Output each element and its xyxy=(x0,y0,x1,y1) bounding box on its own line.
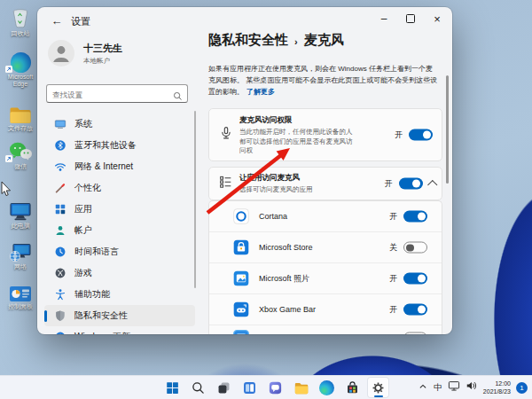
accessibility-icon xyxy=(54,288,66,301)
sidebar-item-label: 系统 xyxy=(74,118,92,130)
privacy-shield-icon xyxy=(54,309,66,322)
sidebar-item-bluetooth[interactable]: 蓝牙和其他设备 xyxy=(44,135,195,156)
user-account[interactable]: 十三先生 本地帐户 xyxy=(48,40,122,66)
cortana-toggle[interactable] xyxy=(403,211,427,223)
sidebar-item-apps[interactable]: 应用 xyxy=(44,199,195,220)
network-tray-icon[interactable] xyxy=(448,379,460,395)
tray-chevron-up-icon[interactable] xyxy=(418,379,428,395)
sidebar-item-network[interactable]: 网络 & Internet xyxy=(44,156,195,177)
start-button[interactable] xyxy=(161,377,184,398)
sidebar-item-personalization[interactable]: 个性化 xyxy=(44,177,195,199)
desktop-icon-folder[interactable]: 文件存放 xyxy=(2,100,39,132)
photos-toggle[interactable] xyxy=(403,273,427,285)
search-icon xyxy=(191,380,206,395)
this-pc-icon xyxy=(2,198,39,222)
toggle-state-label: 开 xyxy=(389,211,397,223)
desktop-icon-wechat[interactable]: 微信 xyxy=(2,138,39,170)
app-row-partial xyxy=(209,325,442,334)
sidebar-item-accounts[interactable]: 帐户 xyxy=(44,220,195,241)
taskbar-store-button[interactable] xyxy=(341,377,364,398)
desktop-icon-label: 网络 xyxy=(2,263,39,270)
mic-access-card: 麦克风访问权限 当此功能开启时，任何使用此设备的人都可以选择他们的应用是否有麦克… xyxy=(208,108,442,161)
collapse-chevron-icon[interactable] xyxy=(427,180,437,190)
sidebar-item-label: 个性化 xyxy=(74,182,101,194)
maximize-button[interactable] xyxy=(397,8,424,29)
page-title: 隐私和安全性 › 麦克风 xyxy=(208,32,446,49)
sidebar-item-label: Windows 更新 xyxy=(74,331,130,334)
sidebar-item-label: 辅助功能 xyxy=(74,288,110,301)
edge-icon xyxy=(2,49,39,73)
apps-list-card: Cortana 开 Microsoft Store 关 Microsoft 照片… xyxy=(208,200,442,334)
desktop-icon-network[interactable]: 网络 xyxy=(2,239,39,270)
let-apps-card[interactable]: 让应用访问麦克风 选择可访问麦克风的应用 开 xyxy=(208,167,442,200)
desktop-icon-label: 回收站 xyxy=(2,30,39,37)
network-icon xyxy=(2,239,39,262)
microsoft-store-icon xyxy=(233,239,249,255)
system-icon xyxy=(54,118,66,130)
taskbar-edge-button[interactable] xyxy=(316,377,338,398)
file-explorer-button[interactable] xyxy=(290,377,312,398)
widgets-button[interactable] xyxy=(239,377,261,398)
close-button[interactable]: × xyxy=(424,8,450,29)
start-icon xyxy=(165,380,180,395)
widgets-icon xyxy=(242,380,257,395)
chat-button[interactable] xyxy=(264,377,286,398)
breadcrumb-root[interactable]: 隐私和安全性 xyxy=(208,32,288,49)
search-input[interactable] xyxy=(47,87,175,104)
desktop-icon-label: 微信 xyxy=(2,163,39,170)
taskbar-settings-button[interactable] xyxy=(367,377,389,398)
ime-indicator[interactable]: 中 xyxy=(434,382,442,394)
app-toggle[interactable] xyxy=(403,332,427,335)
tray-time: 12:00 xyxy=(495,380,511,387)
bluetooth-icon xyxy=(54,139,66,152)
desktop-icon-this-pc[interactable]: 此电脑 xyxy=(2,198,39,230)
xbox-game-bar-toggle[interactable] xyxy=(403,304,427,316)
taskbar-search-button[interactable] xyxy=(187,377,209,398)
sidebar-item-system[interactable]: 系统 xyxy=(44,113,195,135)
sidebar-item-time-language[interactable]: 时间和语言 xyxy=(44,241,195,262)
mic-access-toggle[interactable] xyxy=(409,129,433,141)
app-list-icon xyxy=(219,176,232,192)
desktop-icon-recycle-bin[interactable]: 回收站 xyxy=(2,5,39,37)
desktop-icon-edge[interactable]: Microsoft Edge xyxy=(2,49,39,89)
shortcut-arrow-icon xyxy=(5,66,12,73)
let-apps-toggle[interactable] xyxy=(399,178,423,190)
windows-update-icon xyxy=(54,331,66,334)
page-description: 如果有应用程序正在使用麦克风，则会在 Windows 任务栏上看到一个麦克风图标… xyxy=(208,64,439,98)
chat-icon xyxy=(268,380,283,395)
maximize-icon xyxy=(406,14,415,23)
microsoft-store-toggle[interactable] xyxy=(403,242,427,254)
sidebar-item-label: 隐私和安全性 xyxy=(74,309,128,322)
titlebar[interactable]: ← 设置 – × xyxy=(37,7,452,34)
app-name: Microsoft 照片 xyxy=(259,273,309,285)
app-name: Microsoft Store xyxy=(259,243,313,252)
clock[interactable]: 12:002021/8/23 xyxy=(483,379,511,395)
learn-more-link[interactable]: 了解更多 xyxy=(246,88,275,96)
app-name: Xbox Game Bar xyxy=(259,305,316,314)
search-box[interactable] xyxy=(46,84,188,103)
back-button[interactable]: ← xyxy=(48,12,66,29)
volume-icon[interactable] xyxy=(466,379,478,395)
folder-icon xyxy=(2,100,39,124)
mic-access-description: 当此功能开启时，任何使用此设备的人都可以选择他们的应用是否有麦克风访问权 xyxy=(239,128,355,156)
desktop-icon-label: 文件存放 xyxy=(2,125,39,132)
sidebar-item-privacy-security[interactable]: 隐私和安全性 xyxy=(44,305,195,326)
sidebar-item-gaming[interactable]: 游戏 xyxy=(44,262,195,284)
sidebar-item-windows-update[interactable]: Windows 更新 xyxy=(44,326,195,334)
task-view-button[interactable] xyxy=(213,377,235,398)
user-account-type: 本地帐户 xyxy=(83,57,122,66)
microphone-icon xyxy=(219,126,233,144)
sidebar-scrollbar[interactable] xyxy=(194,111,196,288)
notification-badge[interactable]: 1 xyxy=(516,382,528,394)
minimize-button[interactable]: – xyxy=(371,8,397,29)
recycle-bin-icon xyxy=(2,5,39,29)
gaming-icon xyxy=(54,267,66,279)
window-title: 设置 xyxy=(71,15,90,28)
system-tray: 中 12:002021/8/23 1 xyxy=(418,376,528,399)
sidebar-item-accessibility[interactable]: 辅助功能 xyxy=(44,284,195,305)
settings-window: ← 设置 – × 十三先生 本地帐户 xyxy=(37,7,452,334)
avatar xyxy=(48,40,74,66)
desktop-icon-control-panel[interactable]: 控制面板 xyxy=(2,278,39,310)
breadcrumb-current: 麦克风 xyxy=(304,32,344,49)
main-scrollbar[interactable] xyxy=(446,75,449,184)
